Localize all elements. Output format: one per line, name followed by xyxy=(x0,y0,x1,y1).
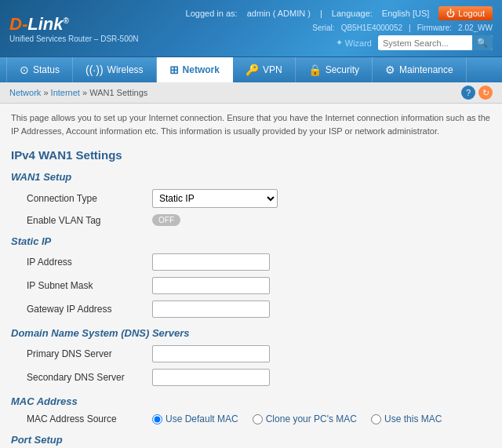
logged-in-label: Logged in as: xyxy=(186,9,238,18)
vlan-toggle[interactable]: OFF xyxy=(152,214,180,226)
help-icon[interactable]: ? xyxy=(461,86,475,100)
mac-section: MAC Address MAC Address Source Use Defau… xyxy=(11,395,491,424)
mac-default-option[interactable]: Use Default MAC xyxy=(152,413,238,424)
vlan-label: Enable VLAN Tag xyxy=(27,215,152,226)
primary-dns-row: Primary DNS Server 8.8.8.8 xyxy=(11,345,491,362)
status-icon: ⊙ xyxy=(20,64,29,76)
mac-use-option[interactable]: Use this MAC xyxy=(371,413,442,424)
separator1: | xyxy=(320,9,322,18)
vlan-toggle-control: OFF xyxy=(152,214,180,226)
static-ip-section: Static IP IP Address 1.1.1.1 IP Subnet M… xyxy=(11,235,491,318)
primary-dns-label: Primary DNS Server xyxy=(27,348,152,359)
maintenance-icon: ⚙ xyxy=(385,64,395,76)
mac-title: MAC Address xyxy=(11,395,491,407)
secondary-dns-input[interactable]: 8.8.4.4 xyxy=(152,369,270,386)
separator2: | xyxy=(409,24,411,32)
mac-source-label: MAC Address Source xyxy=(27,413,152,424)
language-label: Language: xyxy=(332,9,373,18)
nav-label-security: Security xyxy=(326,64,359,75)
header: D-Link® Unified Services Router – DSR-50… xyxy=(0,0,502,56)
serial-label: Serial: xyxy=(312,24,334,32)
nav-label-wireless: Wireless xyxy=(107,64,144,75)
breadcrumb-current: WAN1 Settings xyxy=(89,88,147,97)
logged-in-user: admin ( ADMIN ) xyxy=(247,9,311,18)
secondary-dns-row: Secondary DNS Server 8.8.4.4 xyxy=(11,369,491,386)
nav-item-wireless[interactable]: ((·)) Wireless xyxy=(73,57,157,82)
static-ip-title: Static IP xyxy=(11,235,491,247)
subnet-mask-label: IP Subnet Mask xyxy=(27,280,152,291)
serial-value: QB5H1E4000052 xyxy=(341,24,402,32)
ip-address-input[interactable]: 1.1.1.1 xyxy=(152,253,270,271)
nav-item-security[interactable]: 🔒 Security xyxy=(296,57,373,82)
subnet-mask-row: IP Subnet Mask 255.0.0.0 xyxy=(11,277,491,294)
mac-clone-label: Clone your PC's MAC xyxy=(266,413,357,424)
bc-sep1: » xyxy=(43,88,50,97)
dns-title: Domain Name System (DNS) Servers xyxy=(11,327,491,339)
search-input[interactable] xyxy=(378,37,472,49)
mac-clone-option[interactable]: Clone your PC's MAC xyxy=(253,413,357,424)
wizard-label: Wizard xyxy=(345,38,372,48)
language-value: English [US] xyxy=(382,9,430,18)
connection-type-control: Static IP DHCP PPPoE PPTP L2TP xyxy=(152,189,278,208)
secondary-dns-control: 8.8.4.4 xyxy=(152,369,270,386)
firmware-value: 2.02_WW xyxy=(458,24,493,32)
nav-item-vpn[interactable]: 🔑 VPN xyxy=(233,57,296,82)
nav-label-network: Network xyxy=(183,64,220,75)
wizard-icon: ✦ xyxy=(336,38,343,48)
page-title: IPv4 WAN1 Settings xyxy=(11,148,491,162)
main-content: This page allows you to set up your Inte… xyxy=(0,104,502,448)
ip-address-label: IP Address xyxy=(27,257,152,268)
logo: D-Link® xyxy=(9,14,139,35)
power-icon: ⏻ xyxy=(446,9,455,18)
bc-sep2: » xyxy=(82,88,89,97)
connection-type-select[interactable]: Static IP DHCP PPPoE PPTP L2TP xyxy=(152,189,278,208)
subnet-mask-input[interactable]: 255.0.0.0 xyxy=(152,277,270,294)
header-right: Logged in as: admin ( ADMIN ) | Language… xyxy=(186,6,493,50)
security-icon: 🔒 xyxy=(308,64,322,76)
vlan-row: Enable VLAN Tag OFF xyxy=(11,214,491,226)
search-box: 🔍 xyxy=(378,35,493,50)
breadcrumb-icons: ? ↻ xyxy=(461,86,493,100)
wan-setup-section: WAN1 Setup Connection Type Static IP DHC… xyxy=(11,171,491,226)
mac-use-radio[interactable] xyxy=(371,414,381,424)
nav-item-maintenance[interactable]: ⚙ Maintenance xyxy=(373,57,467,82)
dns-section: Domain Name System (DNS) Servers Primary… xyxy=(11,327,491,386)
serial-info: Serial: QB5H1E4000052 | Firmware: 2.02_W… xyxy=(312,24,493,32)
subtitle: Unified Services Router – DSR-500N xyxy=(9,35,139,43)
primary-dns-input[interactable]: 8.8.8.8 xyxy=(152,345,270,362)
logo-area: D-Link® Unified Services Router – DSR-50… xyxy=(9,14,139,43)
port-setup-section: Port Setup MTU Size Default Custom Port … xyxy=(11,434,491,448)
logout-button[interactable]: ⏻ Logout xyxy=(438,6,493,20)
nav: ⊙ Status ((·)) Wireless ⊞ Network 🔑 VPN … xyxy=(0,56,502,82)
port-title: Port Setup xyxy=(11,434,491,446)
wireless-icon: ((·)) xyxy=(85,64,104,76)
mac-default-label: Use Default MAC xyxy=(166,413,238,424)
ip-address-row: IP Address 1.1.1.1 xyxy=(11,253,491,271)
firmware-label: Firmware: xyxy=(417,24,452,32)
subnet-mask-control: 255.0.0.0 xyxy=(152,277,270,294)
breadcrumb-bar: Network » Internet » WAN1 Settings ? ↻ xyxy=(0,82,502,104)
secondary-dns-label: Secondary DNS Server xyxy=(27,372,152,383)
gateway-label: Gateway IP Address xyxy=(27,304,152,315)
breadcrumb-internet[interactable]: Internet xyxy=(51,88,80,97)
mac-default-radio[interactable] xyxy=(152,414,162,424)
wizard-button[interactable]: ✦ Wizard xyxy=(336,38,372,48)
nav-item-network[interactable]: ⊞ Network xyxy=(157,57,233,82)
search-button[interactable]: 🔍 xyxy=(472,35,493,50)
gateway-input[interactable]: 1.1.1.1 xyxy=(152,300,270,318)
gateway-control: 1.1.1.1 xyxy=(152,300,270,318)
nav-label-status: Status xyxy=(33,64,60,75)
wizard-search: ✦ Wizard 🔍 xyxy=(336,35,493,50)
connection-type-row: Connection Type Static IP DHCP PPPoE PPT… xyxy=(11,189,491,208)
mac-radio-group: Use Default MAC Clone your PC's MAC Use … xyxy=(152,413,442,424)
breadcrumb: Network » Internet » WAN1 Settings xyxy=(9,88,147,97)
network-icon: ⊞ xyxy=(169,64,179,76)
nav-item-status[interactable]: ⊙ Status xyxy=(6,57,73,82)
breadcrumb-network[interactable]: Network xyxy=(9,88,41,97)
nav-label-maintenance: Maintenance xyxy=(399,64,453,75)
primary-dns-control: 8.8.8.8 xyxy=(152,345,270,362)
refresh-icon[interactable]: ↻ xyxy=(478,86,493,100)
mac-clone-radio[interactable] xyxy=(253,414,263,424)
ip-address-control: 1.1.1.1 xyxy=(152,253,270,271)
logout-label: Logout xyxy=(458,9,485,18)
